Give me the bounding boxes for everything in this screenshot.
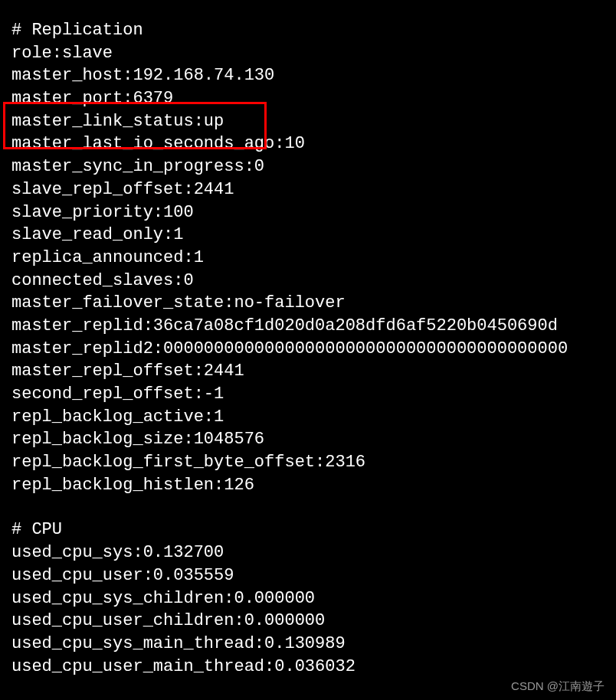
output-line: slave_priority:100 — [11, 201, 605, 224]
output-line: replica_announced:1 — [11, 247, 605, 270]
output-line: repl_backlog_size:1048576 — [11, 428, 605, 451]
replication-header: # Replication — [11, 19, 605, 42]
output-line: master_port:6379 — [11, 87, 605, 110]
output-line: used_cpu_user_children:0.000000 — [11, 610, 605, 633]
output-line: master_host:192.168.74.130 — [11, 64, 605, 87]
output-line: master_repl_offset:2441 — [11, 360, 605, 383]
output-line: master_replid:36ca7a08cf1d020d0a208dfd6a… — [11, 315, 605, 338]
output-line: slave_read_only:1 — [11, 224, 605, 247]
output-line: second_repl_offset:-1 — [11, 383, 605, 406]
output-line: master_failover_state:no-failover — [11, 292, 605, 315]
cpu-header: # CPU — [11, 518, 605, 541]
output-line: master_replid2:0000000000000000000000000… — [11, 338, 605, 361]
output-line: repl_backlog_histlen:126 — [11, 474, 605, 497]
output-line: used_cpu_user:0.035559 — [11, 564, 605, 587]
output-line: slave_repl_offset:2441 — [11, 178, 605, 201]
output-line: repl_backlog_active:1 — [11, 406, 605, 429]
terminal-output: # Replication role:slave master_host:192… — [11, 19, 605, 678]
blank-line — [11, 496, 605, 518]
output-line: connected_slaves:0 — [11, 270, 605, 293]
watermark-text: CSDN @江南遊子 — [511, 679, 605, 694]
output-line: repl_backlog_first_byte_offset:2316 — [11, 451, 605, 474]
output-line-highlighted: master_link_status:up — [11, 110, 605, 133]
output-line: master_sync_in_progress:0 — [11, 155, 605, 178]
output-line: used_cpu_sys_children:0.000000 — [11, 587, 605, 610]
output-line: used_cpu_user_main_thread:0.036032 — [11, 656, 605, 679]
output-line: role:slave — [11, 42, 605, 65]
output-line: used_cpu_sys:0.132700 — [11, 541, 605, 564]
output-line: used_cpu_sys_main_thread:0.130989 — [11, 633, 605, 656]
output-line: master_last_io_seconds_ago:10 — [11, 132, 605, 155]
